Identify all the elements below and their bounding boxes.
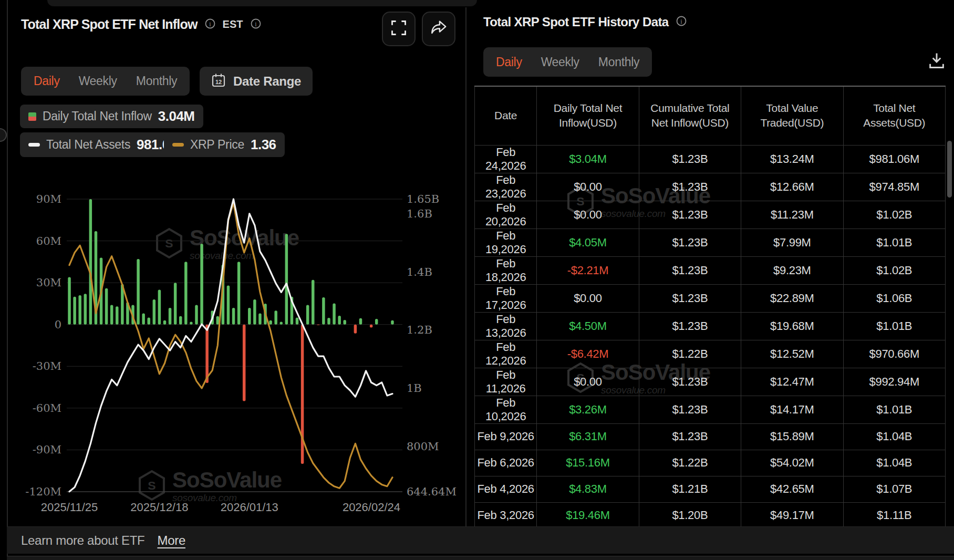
- table-cell-traded: $14.17M: [741, 396, 843, 423]
- download-button[interactable]: [926, 50, 948, 72]
- table-cell-cumulative: $1.21B: [639, 476, 741, 502]
- total-net-assets-line: [69, 199, 392, 492]
- y-axis-tick: 0: [55, 318, 61, 331]
- tab-weekly[interactable]: Weekly: [541, 55, 579, 69]
- inflow-bar-positive: [137, 259, 140, 325]
- inflow-bar-positive: [174, 283, 177, 325]
- table-cell-assets: $992.94M: [843, 368, 945, 396]
- timezone-label: EST: [223, 18, 243, 30]
- inflow-bar-positive: [306, 305, 309, 325]
- table-cell-cumulative: $1.23B: [639, 201, 741, 229]
- table-cell-cumulative: $1.23B: [639, 256, 741, 284]
- table-row: Feb 10,2026$3.26M$1.23B$14.17M$1.01B: [475, 396, 946, 423]
- info-icon[interactable]: i: [250, 18, 262, 32]
- table-row: Feb 12,2026-$6.42M$1.22B$12.52M$970.66M: [475, 340, 946, 368]
- panel-divider: [465, 7, 466, 526]
- table-cell-date: Feb 10,2026: [475, 396, 537, 423]
- date-range-label: Date Range: [233, 74, 301, 89]
- column-header: Cumulative Total Net Inflow(USD): [639, 86, 741, 145]
- table-cell-date: Feb 9,2026: [475, 423, 537, 450]
- table-cell-cumulative: $1.23B: [639, 312, 741, 340]
- svg-text:i: i: [680, 18, 682, 25]
- table-cell-cumulative: $1.23B: [639, 284, 741, 312]
- y-axis-tick: -60M: [33, 402, 61, 414]
- info-icon[interactable]: i: [676, 15, 687, 29]
- tab-daily[interactable]: Daily: [496, 55, 522, 69]
- tab-weekly[interactable]: Weekly: [79, 74, 117, 88]
- table-cell-cumulative: $1.23B: [639, 423, 741, 450]
- inflow-bar-positive: [285, 234, 288, 324]
- inflow-bar-positive: [84, 294, 87, 324]
- inflow-bar-positive: [158, 289, 161, 324]
- chart-title: Total XRP Spot ETF Net Inflow: [21, 17, 198, 32]
- table-cell-traded: $42.65M: [741, 476, 843, 502]
- inflow-bar-positive: [237, 262, 241, 324]
- chart-header: Total XRP Spot ETF Net Inflow i EST i: [21, 17, 262, 32]
- table-scrollbar-thumb[interactable]: [947, 141, 952, 198]
- inflow-bar-positive: [179, 316, 182, 325]
- table-cell-daily: $15.16M: [537, 450, 639, 476]
- right-axis-tick: 1B: [407, 382, 422, 395]
- svg-text:12: 12: [215, 79, 222, 85]
- inflow-bar-positive: [248, 308, 251, 325]
- y-axis-tick: -30M: [33, 360, 61, 372]
- table-cell-assets: $1.01B: [843, 229, 945, 256]
- inflow-bar-positive: [280, 322, 283, 324]
- inflow-bar-positive: [227, 285, 230, 324]
- table-cell-traded: $19.68M: [741, 312, 843, 340]
- table-cell-assets: $1.02B: [843, 256, 945, 284]
- inflow-bar-positive: [110, 305, 113, 325]
- table-cell-daily: -$6.42M: [537, 340, 639, 368]
- inflow-bar-positive: [338, 316, 341, 325]
- table-cell-traded: $54.02M: [741, 450, 843, 476]
- table-cell-traded: $12.52M: [741, 340, 843, 368]
- legend-xrp-price[interactable]: XRP Price 1.36: [164, 132, 285, 157]
- net-inflow-chart[interactable]: 90M60M30M0-30M-60M-90M-120M1.65B1.6B1.4B…: [8, 173, 465, 526]
- table-cell-traded: $12.47M: [741, 368, 843, 396]
- table-cell-date: Feb 19,2026: [475, 229, 537, 256]
- legend-value: 3.04M: [158, 108, 195, 125]
- tab-monthly[interactable]: Monthly: [136, 74, 177, 88]
- history-table[interactable]: DateDaily Total Net Inflow(USD)Cumulativ…: [474, 86, 946, 526]
- inflow-bar-negative: [317, 325, 320, 325]
- table-cell-date: Feb 11,2026: [475, 368, 537, 396]
- table-cell-date: Feb 13,2026: [475, 312, 537, 340]
- fullscreen-button[interactable]: [382, 12, 416, 46]
- column-header: Daily Total Net Inflow(USD): [537, 86, 639, 145]
- footer-bar: Learn more about ETF More: [7, 526, 954, 554]
- table-row: Feb 18,2026-$2.21M$1.23B$9.23M$1.02B: [475, 256, 946, 284]
- legend-daily-net-inflow[interactable]: Daily Total Net Inflow 3.04M: [20, 105, 203, 128]
- inflow-bar-positive: [232, 308, 235, 325]
- table-cell-daily: $3.04M: [537, 145, 639, 173]
- assets-legend-swatch-icon: [28, 143, 40, 147]
- inflow-bar-positive: [73, 297, 76, 325]
- inflow-bar-positive: [312, 280, 315, 325]
- inflow-bar-positive: [327, 318, 330, 325]
- table-cell-assets: $970.66M: [843, 340, 945, 368]
- table-row: Feb 4,2026$4.83M$1.21B$42.65M$1.07B: [475, 476, 946, 502]
- date-range-button[interactable]: 12 Date Range: [200, 67, 313, 96]
- inflow-bar-positive: [296, 317, 299, 324]
- inflow-bar-negative: [205, 325, 209, 383]
- legend-value: 1.36: [251, 137, 276, 153]
- right-axis-tick: 1.2B: [407, 324, 432, 336]
- right-axis-tick: 1.6B: [407, 208, 432, 220]
- right-axis-tick: 800M: [407, 440, 439, 453]
- table-cell-date: Feb 20,2026: [475, 201, 537, 229]
- table-row: Feb 19,2026$4.05M$1.23B$7.99M$1.01B: [475, 229, 946, 256]
- panel-collapse-handle[interactable]: [0, 128, 7, 142]
- info-icon[interactable]: i: [204, 18, 216, 32]
- table-cell-cumulative: $1.22B: [639, 450, 741, 476]
- table-cell-cumulative: $1.23B: [639, 173, 741, 201]
- inflow-bar-positive: [68, 277, 71, 325]
- share-button[interactable]: [422, 12, 455, 46]
- footer-more-link[interactable]: More: [157, 533, 185, 548]
- table-cell-traded: $7.99M: [741, 229, 843, 256]
- tab-daily[interactable]: Daily: [34, 74, 60, 88]
- table-header-row: DateDaily Total Net Inflow(USD)Cumulativ…: [475, 86, 946, 145]
- tab-monthly[interactable]: Monthly: [598, 55, 639, 69]
- inflow-bar-positive: [169, 308, 172, 325]
- x-axis-tick: 2026/01/13: [221, 501, 278, 514]
- table-cell-daily: $4.05M: [537, 229, 639, 256]
- table-cell-date: Feb 3,2026: [475, 502, 537, 526]
